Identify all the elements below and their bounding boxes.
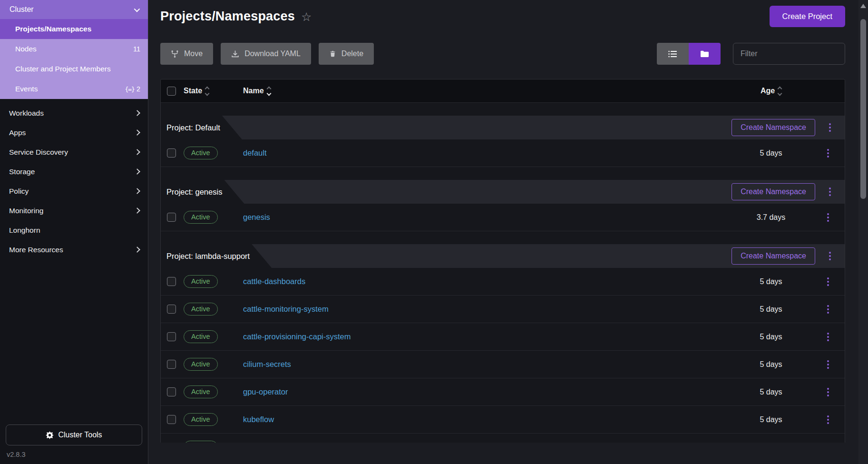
row-kebab-menu-icon[interactable] bbox=[824, 386, 832, 398]
row-kebab-menu-icon[interactable] bbox=[824, 441, 832, 443]
sidebar-item-more-resources[interactable]: More Resources bbox=[0, 240, 148, 259]
sidebar-item-events[interactable]: Events {=} 2 bbox=[0, 79, 148, 99]
sidebar-item-workloads[interactable]: Workloads bbox=[0, 103, 148, 123]
filter-input[interactable] bbox=[733, 43, 845, 65]
row-checkbox[interactable] bbox=[167, 415, 176, 424]
sidebar-group-cluster[interactable]: Cluster bbox=[0, 0, 148, 19]
status-badge: Active bbox=[184, 358, 218, 371]
sidebar-item-label: More Resources bbox=[9, 246, 63, 254]
status-badge: Active bbox=[184, 303, 218, 316]
namespace-link[interactable]: cilium-secrets bbox=[243, 360, 291, 368]
project-group-tab: Project: Default bbox=[161, 116, 222, 139]
scrollbar-thumb[interactable] bbox=[860, 19, 866, 199]
sidebar-item-label: Monitoring bbox=[9, 207, 43, 215]
grouped-view-button[interactable] bbox=[689, 43, 721, 65]
namespace-link[interactable]: cattle-provisioning-capi-system bbox=[243, 332, 351, 341]
list-view-button[interactable] bbox=[657, 43, 689, 65]
delete-button[interactable]: Delete bbox=[319, 43, 374, 65]
chevron-right-icon bbox=[134, 129, 140, 136]
project-kebab-menu-icon[interactable] bbox=[826, 121, 834, 134]
row-kebab-menu-icon[interactable] bbox=[824, 276, 832, 288]
sidebar-item-cluster-and-project-members[interactable]: Cluster and Project Members bbox=[0, 59, 148, 79]
namespace-row-genesis: Active genesis 3.7 days bbox=[161, 204, 845, 231]
sidebar-item-apps[interactable]: Apps bbox=[0, 123, 148, 142]
sort-icon bbox=[267, 87, 271, 95]
download-yaml-label: Download YAML bbox=[244, 49, 301, 58]
sidebar-item-label: Apps bbox=[9, 128, 26, 137]
select-all-checkbox[interactable] bbox=[167, 87, 176, 96]
cluster-tools-button[interactable]: Cluster Tools bbox=[6, 425, 142, 445]
project-kebab-menu-icon[interactable] bbox=[826, 186, 834, 198]
namespace-row-kubeflow: Active kubeflow 5 days bbox=[161, 406, 845, 434]
favorite-star-icon[interactable]: ☆ bbox=[301, 11, 312, 23]
sidebar-item-label: Storage bbox=[9, 168, 35, 176]
project-group-tab: Project: lambda-support bbox=[161, 244, 252, 268]
sidebar-item-longhorn[interactable]: Longhorn bbox=[0, 220, 148, 240]
create-namespace-button[interactable]: Create Namespace bbox=[731, 183, 815, 200]
sidebar-item-service-discovery[interactable]: Service Discovery bbox=[0, 142, 148, 162]
namespace-link[interactable]: cattle-dashboards bbox=[243, 277, 305, 286]
project-label: Project: Default bbox=[166, 123, 220, 132]
delete-label: Delete bbox=[341, 49, 363, 58]
age-value: 5 days bbox=[731, 388, 811, 396]
scrollbar-up-arrow[interactable] bbox=[860, 4, 866, 8]
age-value: 5 days bbox=[731, 415, 811, 424]
row-checkbox[interactable] bbox=[167, 360, 176, 369]
row-kebab-menu-icon[interactable] bbox=[824, 211, 832, 224]
namespace-link[interactable]: cattle-monitoring-system bbox=[243, 305, 329, 313]
create-project-button[interactable]: Create Project bbox=[770, 6, 845, 27]
sidebar-item-label: Policy bbox=[9, 187, 29, 196]
move-button[interactable]: Move bbox=[160, 43, 213, 65]
create-namespace-button[interactable]: Create Namespace bbox=[731, 119, 815, 136]
row-kebab-menu-icon[interactable] bbox=[824, 147, 832, 159]
sidebar-item-nodes[interactable]: Nodes 11 bbox=[0, 39, 148, 59]
project-group-project-genesis: Project: genesis Create Namespace Active… bbox=[161, 180, 845, 231]
project-group-project-lambda-support: Project: lambda-support Create Namespace… bbox=[161, 244, 845, 443]
project-kebab-menu-icon[interactable] bbox=[826, 250, 834, 262]
column-header-state[interactable]: State bbox=[184, 87, 243, 95]
page-title: Projects/Namespaces bbox=[160, 9, 295, 24]
row-checkbox[interactable] bbox=[167, 305, 176, 314]
sidebar-footer: Cluster Tools v2.8.3 bbox=[0, 425, 148, 459]
namespace-row-cilium-secrets: Active cilium-secrets 5 days bbox=[161, 351, 845, 378]
row-checkbox[interactable] bbox=[167, 213, 176, 222]
namespace-row-default: Active default 5 days bbox=[161, 139, 845, 167]
sidebar-subitem-label: Events bbox=[15, 85, 38, 93]
row-kebab-menu-icon[interactable] bbox=[824, 303, 832, 316]
app-window: Cluster Projects/Namespaces Nodes 11 Clu… bbox=[0, 0, 868, 464]
namespace-row-cattle-provisioning-capi-system: Active cattle-provisioning-capi-system 5… bbox=[161, 323, 845, 351]
project-group-tab: Project: genesis bbox=[161, 180, 224, 204]
row-kebab-menu-icon[interactable] bbox=[824, 358, 832, 371]
sidebar-nav: Workloads Apps Service Discovery Storage… bbox=[0, 99, 148, 259]
sidebar-item-monitoring[interactable]: Monitoring bbox=[0, 201, 148, 220]
column-header-name[interactable]: Name bbox=[243, 87, 731, 95]
namespace-link[interactable]: kubeflow bbox=[243, 415, 274, 424]
age-value: 5 days bbox=[731, 333, 811, 341]
sidebar-item-projects-namespaces[interactable]: Projects/Namespaces bbox=[0, 19, 148, 39]
project-group-row: Project: lambda-support Create Namespace bbox=[161, 244, 845, 268]
trash-icon bbox=[329, 50, 336, 58]
row-checkbox[interactable] bbox=[167, 332, 176, 341]
project-group-rows: Active cattle-dashboards 5 days Active c… bbox=[161, 268, 845, 443]
row-kebab-menu-icon[interactable] bbox=[824, 331, 832, 343]
row-checkbox[interactable] bbox=[167, 387, 176, 396]
column-header-age[interactable]: Age bbox=[731, 87, 811, 95]
namespace-link[interactable]: gpu-operator bbox=[243, 387, 288, 396]
namespace-link[interactable]: genesis bbox=[243, 213, 270, 221]
download-yaml-button[interactable]: Download YAML bbox=[221, 43, 311, 65]
version-label: v2.8.3 bbox=[7, 451, 142, 458]
project-group-rows: Active default 5 days bbox=[161, 139, 845, 167]
row-kebab-menu-icon[interactable] bbox=[824, 414, 832, 426]
create-namespace-button[interactable]: Create Namespace bbox=[731, 247, 815, 265]
row-checkbox[interactable] bbox=[167, 148, 176, 158]
status-badge: Active bbox=[184, 275, 218, 288]
chevron-right-icon bbox=[134, 188, 140, 194]
scrollbar[interactable] bbox=[858, 0, 868, 464]
row-checkbox[interactable] bbox=[167, 277, 176, 286]
namespace-link[interactable]: default bbox=[243, 148, 267, 157]
sidebar-item-storage[interactable]: Storage bbox=[0, 162, 148, 181]
sidebar-group-cluster-label: Cluster bbox=[10, 5, 34, 14]
chevron-right-icon bbox=[134, 149, 140, 155]
sidebar-item-policy[interactable]: Policy bbox=[0, 181, 148, 201]
sidebar-subitem-label: Cluster and Project Members bbox=[15, 65, 111, 73]
